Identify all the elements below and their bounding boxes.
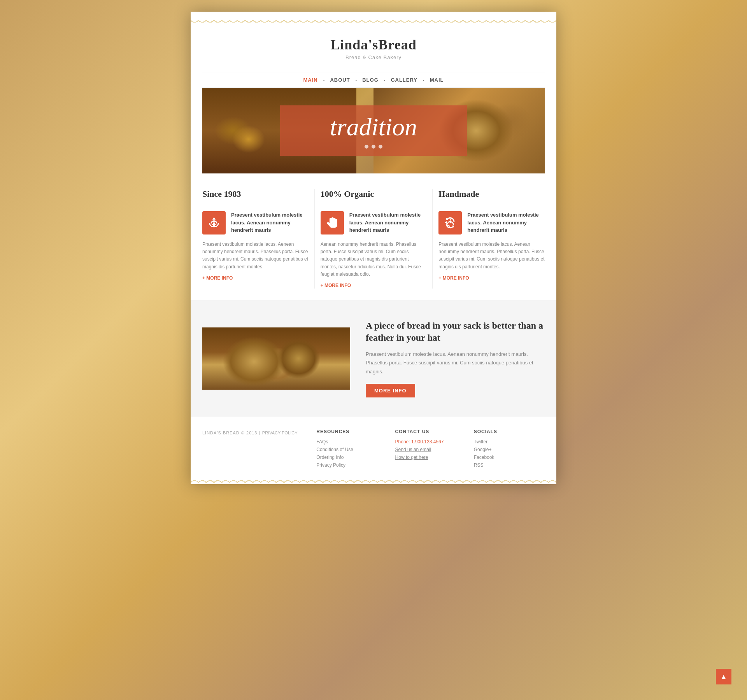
hero-overlay: tradition bbox=[280, 105, 467, 156]
footer-copyright: LINDA'S BREAD © 2013 bbox=[202, 430, 257, 435]
hand-icon bbox=[326, 216, 339, 229]
footer-resources: RESOURCES FAQs Conditions of Use Orderin… bbox=[316, 429, 387, 470]
footer-brand: LINDA'S BREAD © 2013 | PRIVACY POLICY bbox=[202, 429, 309, 470]
footer-privacy-link[interactable]: PRIVACY POLICY bbox=[262, 430, 298, 435]
mid-bread-visual bbox=[202, 327, 350, 390]
feature-title-1: Praesent vestibulum molestie lacus. Aene… bbox=[231, 211, 309, 234]
nav-item-gallery[interactable]: GALLERY bbox=[385, 77, 423, 83]
footer-privacypolicy-link[interactable]: Privacy Policy bbox=[316, 462, 387, 468]
hero-text: tradition bbox=[330, 113, 417, 142]
feature-text-1: Praesent vestibulum molestie lacus. Aene… bbox=[231, 211, 309, 234]
content-col-3: Handmade Praesent vestibulum molestie la… bbox=[433, 189, 545, 289]
circle-icon-box bbox=[438, 211, 462, 234]
footer-email-link[interactable]: Send us an email bbox=[395, 447, 466, 452]
footer-facebook-link[interactable]: Facebook bbox=[474, 455, 545, 460]
nav-item-main[interactable]: MAIN bbox=[298, 77, 323, 83]
page-wrapper: Linda'sBread Bread & Cake Bakery MAIN ● … bbox=[191, 12, 556, 484]
scroll-top-button[interactable]: ▲ bbox=[716, 669, 731, 684]
footer-resources-title: RESOURCES bbox=[316, 429, 387, 434]
feature-row-2: Praesent vestibulum molestie lacus. Aene… bbox=[321, 211, 427, 234]
hero-dot-1 bbox=[365, 145, 368, 149]
footer-conditions-link[interactable]: Conditions of Use bbox=[316, 447, 387, 452]
col-title-2: 100% Organic bbox=[321, 189, 427, 204]
mid-section: A piece of bread in your sack is better … bbox=[191, 300, 556, 417]
footer-ordering-link[interactable]: Ordering Info bbox=[316, 455, 387, 460]
feature-body-2: Aenean nonummy hendrerit mauris. Phasell… bbox=[321, 241, 427, 278]
wheat-icon bbox=[207, 216, 221, 229]
nav-item-about[interactable]: ABOUT bbox=[324, 77, 355, 83]
col-title-3: Handmade bbox=[438, 189, 545, 204]
main-nav: MAIN ● ABOUT ● BLOG ● GALLERY ● MAIL bbox=[191, 72, 556, 88]
hand-icon-box bbox=[321, 211, 344, 234]
mid-description: Praesent vestibulum molestie lacus. Aene… bbox=[366, 350, 545, 376]
wheat-icon-box bbox=[202, 211, 226, 234]
footer-socials-title: SOCIALS bbox=[474, 429, 545, 434]
footer-separator: | bbox=[259, 430, 262, 435]
feature-body-1: Praesent vestibulum molestie lacus. Aene… bbox=[202, 241, 309, 271]
footer-rss-link[interactable]: RSS bbox=[474, 462, 545, 468]
site-subtitle: Bread & Cake Bakery bbox=[198, 54, 549, 60]
more-info-link-3[interactable]: + MORE INFO bbox=[438, 275, 469, 281]
more-info-link-2[interactable]: + MORE INFO bbox=[321, 283, 351, 288]
footer-googleplus-link[interactable]: Google+ bbox=[474, 447, 545, 452]
recycle-icon bbox=[444, 216, 457, 229]
footer-twitter-link[interactable]: Twitter bbox=[474, 439, 545, 444]
feature-row-3: Praesent vestibulum molestie lacus. Aene… bbox=[438, 211, 545, 234]
nav-item-blog[interactable]: BLOG bbox=[357, 77, 384, 83]
mid-content: A piece of bread in your sack is better … bbox=[366, 320, 545, 397]
hero-dots bbox=[365, 145, 382, 149]
feature-title-2: Praesent vestibulum molestie lacus. Aene… bbox=[349, 211, 427, 234]
feature-text-3: Praesent vestibulum molestie lacus. Aene… bbox=[467, 211, 545, 234]
col-title-1: Since 1983 bbox=[202, 189, 309, 204]
footer-directions-link[interactable]: How to get here bbox=[395, 455, 466, 460]
feature-row-1: Praesent vestibulum molestie lacus. Aene… bbox=[202, 211, 309, 234]
footer-contact-title: CONTACT US bbox=[395, 429, 466, 434]
more-info-link-1[interactable]: + MORE INFO bbox=[202, 275, 233, 281]
nav-item-mail[interactable]: MAIL bbox=[424, 77, 449, 83]
content-col-2: 100% Organic Praesent vestibulum molesti… bbox=[315, 189, 433, 289]
content-section: Since 1983 Praesent vestibulum molestie … bbox=[191, 173, 556, 300]
hero-dot-2 bbox=[372, 145, 375, 149]
feature-title-3: Praesent vestibulum molestie lacus. Aene… bbox=[467, 211, 545, 234]
site-footer: LINDA'S BREAD © 2013 | PRIVACY POLICY RE… bbox=[191, 417, 556, 478]
feature-text-2: Praesent vestibulum molestie lacus. Aene… bbox=[349, 211, 427, 234]
hero-banner: tradition bbox=[202, 88, 545, 173]
mid-title: A piece of bread in your sack is better … bbox=[366, 320, 545, 344]
feature-body-3: Praesent vestibulum molestie lacus. Aene… bbox=[438, 241, 545, 271]
content-col-1: Since 1983 Praesent vestibulum molestie … bbox=[202, 189, 315, 289]
site-header: Linda'sBread Bread & Cake Bakery bbox=[191, 25, 556, 66]
site-title: Linda'sBread bbox=[198, 37, 549, 53]
more-info-button[interactable]: MORE INFO bbox=[366, 384, 415, 397]
wavy-border-bottom bbox=[191, 478, 556, 484]
footer-faqs-link[interactable]: FAQs bbox=[316, 439, 387, 444]
footer-phone-link[interactable]: Phone: 1.900.123.4567 bbox=[395, 439, 466, 444]
wavy-border-top bbox=[191, 19, 556, 25]
footer-socials: SOCIALS Twitter Google+ Facebook RSS bbox=[474, 429, 545, 470]
hero-dot-3 bbox=[379, 145, 382, 149]
footer-contact: CONTACT US Phone: 1.900.123.4567 Send us… bbox=[395, 429, 466, 470]
mid-bread-image bbox=[202, 327, 350, 390]
